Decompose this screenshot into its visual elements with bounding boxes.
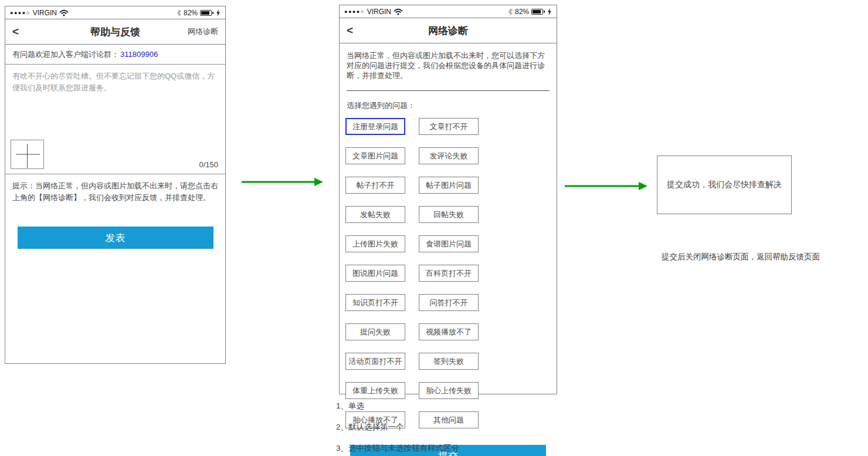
choose-issue-label: 选择您遇到的问题： bbox=[347, 100, 557, 111]
signal-dots-icon: ●●●●○ bbox=[10, 10, 30, 16]
annotation-note: 3、选中按钮与未选按钮有样式区分 bbox=[336, 443, 459, 454]
issue-option[interactable]: 提问失败 bbox=[345, 323, 405, 340]
nav-bar: < 网络诊断 bbox=[340, 18, 557, 43]
charging-bolt-icon bbox=[547, 8, 552, 15]
status-bar: ●●●●○ VIRGIN 82% bbox=[5, 6, 225, 19]
back-button[interactable]: < bbox=[347, 24, 353, 37]
issue-option[interactable]: 体重上传失败 bbox=[345, 382, 405, 399]
issue-option[interactable]: 活动页面打不开 bbox=[345, 353, 405, 370]
annotation-note: 1、单选 bbox=[336, 401, 459, 411]
issue-option[interactable]: 帖子图片问题 bbox=[419, 177, 479, 194]
issue-option[interactable]: 知识页打不开 bbox=[345, 294, 405, 311]
carrier-label: VIRGIN bbox=[367, 8, 391, 16]
qq-group-row: 有问题欢迎加入客户端讨论群： 311809906 bbox=[5, 45, 225, 65]
annotation-note: 2、默认选择第一个 bbox=[336, 422, 459, 433]
plus-image-placeholder-icon bbox=[11, 140, 44, 169]
issue-option[interactable]: 注册登录问题 bbox=[345, 118, 405, 135]
flow-note-text: 提交后关闭网络诊断页面，返回帮助反馈页面 bbox=[662, 252, 820, 262]
battery-icon bbox=[531, 9, 545, 15]
issue-option[interactable]: 文章图片问题 bbox=[345, 147, 405, 164]
issue-option[interactable]: 发帖失败 bbox=[345, 206, 405, 223]
network-diagnosis-link[interactable]: 网络诊断 bbox=[188, 26, 218, 37]
network-hint-text: 提示：当网络正常，但内容或图片加载不出来时，请您点击右上角的【网络诊断】，我们会… bbox=[5, 174, 225, 203]
flow-arrow-middle-to-right bbox=[564, 181, 649, 191]
feedback-input[interactable] bbox=[5, 65, 225, 134]
issue-options-grid: 注册登录问题文章打不开文章图片问题发评论失败帖子打不开帖子图片问题发帖失败回帖失… bbox=[340, 118, 557, 428]
flow-arrow-left-to-middle bbox=[240, 177, 324, 187]
network-diagnosis-screen: ●●●●○ VIRGIN 82% < 网络诊断 当网络正 bbox=[339, 5, 557, 394]
nav-bar: < 帮助与反馈 网络诊断 bbox=[5, 19, 225, 45]
publish-button[interactable]: 发表 bbox=[18, 227, 213, 249]
battery-percent-label: 82% bbox=[184, 9, 198, 17]
charging-bolt-icon bbox=[216, 9, 221, 16]
issue-option[interactable]: 图说图片问题 bbox=[345, 265, 405, 282]
page-title: 网络诊断 bbox=[369, 24, 527, 38]
page-title: 帮助与反馈 bbox=[35, 25, 196, 39]
issue-option[interactable]: 文章打不开 bbox=[419, 118, 479, 135]
signal-dots-icon: ●●●●○ bbox=[344, 9, 365, 15]
annotation-notes: 1、单选2、默认选择第一个3、选中按钮与未选按钮有样式区分 bbox=[336, 401, 459, 456]
battery-icon bbox=[200, 10, 213, 16]
issue-option[interactable]: 百科页打不开 bbox=[419, 265, 479, 282]
divider-line bbox=[347, 90, 550, 91]
wifi-icon bbox=[59, 9, 69, 16]
feedback-compose-area: 0/150 bbox=[5, 65, 225, 174]
issue-option[interactable]: 签到失败 bbox=[419, 353, 479, 370]
back-button[interactable]: < bbox=[12, 25, 19, 38]
issue-option[interactable]: 问答打不开 bbox=[419, 294, 479, 311]
issue-option[interactable]: 发评论失败 bbox=[419, 147, 479, 164]
issue-option[interactable]: 回帖失败 bbox=[419, 206, 479, 223]
add-image-button[interactable] bbox=[11, 140, 44, 169]
battery-percent-label: 82% bbox=[515, 8, 529, 16]
status-bar: ●●●●○ VIRGIN 82% bbox=[340, 5, 557, 18]
wifi-icon bbox=[394, 8, 403, 15]
submit-success-toast: 提交成功，我们会尽快排查解决 bbox=[657, 156, 792, 214]
bluetooth-icon bbox=[177, 9, 181, 16]
issue-option[interactable]: 食谱图片问题 bbox=[419, 235, 479, 252]
bluetooth-icon bbox=[508, 8, 513, 15]
issue-option[interactable]: 上传图片失败 bbox=[345, 235, 405, 252]
issue-option[interactable]: 视频播放不了 bbox=[419, 323, 479, 340]
diagnosis-intro-text: 当网络正常，但内容或图片加载不出来时，您可以选择下方对应的问题进行提交，我们会根… bbox=[340, 43, 557, 80]
qq-group-number-link[interactable]: 311809906 bbox=[120, 50, 158, 59]
help-feedback-screen: ●●●●○ VIRGIN 82% < 帮助与反馈 网络诊断 bbox=[5, 6, 226, 364]
issue-option[interactable]: 胎心上传失败 bbox=[419, 382, 479, 399]
qq-group-text: 有问题欢迎加入客户端讨论群： bbox=[12, 49, 119, 60]
issue-option[interactable]: 帖子打不开 bbox=[345, 177, 405, 194]
carrier-label: VIRGIN bbox=[33, 9, 57, 17]
char-counter: 0/150 bbox=[199, 160, 218, 169]
